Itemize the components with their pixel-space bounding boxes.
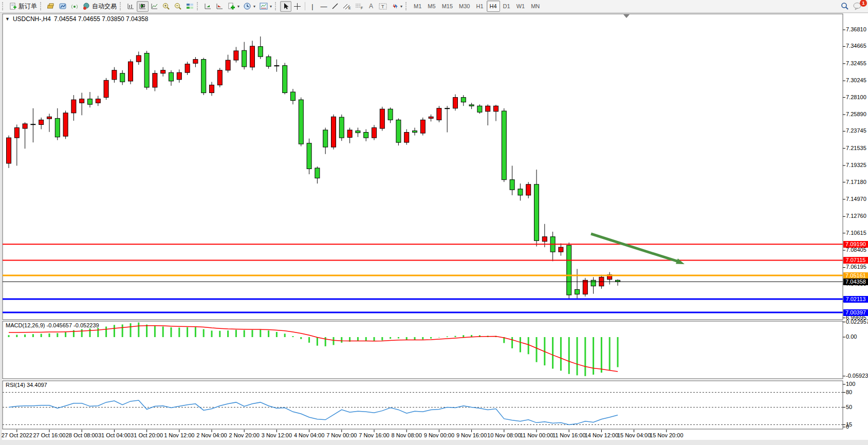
rsi-value: 34.4097: [27, 382, 47, 388]
price-axis-label: 7.28100: [846, 94, 866, 100]
trendline-button[interactable]: [329, 1, 341, 12]
cursor-button[interactable]: [280, 1, 291, 12]
macd-signal-value: -0.052239: [73, 322, 99, 328]
tf-m1-button[interactable]: M1: [411, 1, 424, 12]
price-axis-label: 7.12760: [846, 213, 866, 219]
equidistant-channel-button[interactable]: E: [341, 1, 353, 12]
time-axis-label: 15 Nov 20:00: [650, 432, 683, 438]
time-axis-label: 27 Oct 2022: [2, 432, 32, 438]
tf-m30-button[interactable]: M30: [456, 1, 473, 12]
time-axis-label: 31 Oct 20:00: [131, 432, 163, 438]
dropdown-caret-icon: ▾: [400, 4, 402, 9]
market-watch-icon: [47, 3, 55, 10]
bar-chart-button[interactable]: [125, 1, 137, 12]
chart-symbol-period: USDCNH-,H4: [13, 15, 51, 23]
price-axis-label: 7.25890: [846, 111, 866, 117]
chart-window-icon: [59, 3, 67, 10]
tf-h4-button[interactable]: H4: [487, 1, 500, 12]
equidistant-channel-icon: E: [343, 3, 351, 10]
chart-canvas[interactable]: [0, 0, 868, 445]
new-order-button[interactable]: 新订单: [7, 1, 39, 12]
price-level-label: 7.02113: [843, 296, 868, 303]
new-order-label: 新订单: [19, 2, 37, 11]
time-axis-label: 31 Oct 04:00: [98, 432, 131, 438]
profile-next-icon: [204, 3, 212, 10]
periods-clock-icon: [244, 3, 251, 10]
candle-chart-icon: [139, 3, 146, 10]
price-axis-label: 7.10615: [846, 230, 866, 236]
signal-button[interactable]: [69, 1, 81, 12]
price-level-label: 7.00397: [843, 309, 868, 316]
tile-windows-icon: [186, 3, 194, 10]
auto-trading-button[interactable]: 自动交易: [81, 1, 119, 12]
profile-prev-button[interactable]: [214, 1, 226, 12]
tf-d1-button[interactable]: D1: [500, 1, 513, 12]
zoom-out-icon: [174, 3, 182, 10]
fibonacci-icon: F: [355, 3, 363, 10]
rsi-axis-label: 100: [846, 381, 855, 387]
text-label-button[interactable]: T: [377, 1, 389, 12]
crosshair-button[interactable]: [291, 1, 303, 12]
macd-value: -0.045657: [46, 322, 72, 328]
crosshair-icon: [293, 3, 301, 10]
cursor-icon: [283, 3, 289, 10]
vertical-line-button[interactable]: |: [307, 1, 318, 12]
time-axis-label: 2 Nov 04:00: [196, 432, 227, 438]
time-axis-label: 11 Nov 16:00: [552, 432, 586, 438]
search-button[interactable]: [839, 1, 851, 12]
arrows-button[interactable]: ▾: [389, 1, 404, 12]
macd-axis-label: 0.00: [846, 333, 857, 340]
toolbar-grip[interactable]: [405, 2, 409, 10]
time-axis-label: 2 Nov 20:00: [229, 432, 260, 438]
horizontal-line-button[interactable]: —: [318, 1, 329, 12]
tf-h1-button[interactable]: H1: [473, 1, 486, 12]
tf-w1-button[interactable]: W1: [513, 1, 528, 12]
indicators-add-icon: [228, 3, 235, 10]
templates-icon: [260, 3, 268, 10]
zoom-out-button[interactable]: [172, 1, 184, 12]
price-level-label: 7.05161: [843, 272, 868, 279]
main-toolbar: 新订单 自动交易 ▾ ▾: [0, 0, 868, 13]
notification-badge: 1: [860, 0, 867, 7]
periods-button[interactable]: ▾: [242, 1, 257, 12]
trendline-icon: [331, 3, 339, 10]
fibonacci-button[interactable]: F: [353, 1, 365, 12]
chart-window-button[interactable]: [57, 1, 69, 12]
zoom-in-button[interactable]: [160, 1, 172, 12]
dropdown-caret-icon: ▾: [253, 4, 255, 9]
price-axis-label: 7.23745: [846, 127, 866, 134]
profile-next-button[interactable]: [202, 1, 214, 12]
indicators-add-button[interactable]: ▾: [226, 1, 242, 12]
tf-m5-button[interactable]: M5: [424, 1, 438, 12]
toolbar-grip[interactable]: [197, 2, 200, 10]
svg-text:T: T: [381, 4, 384, 9]
toolbar-grip[interactable]: [2, 2, 5, 10]
price-axis-label: 7.36810: [846, 26, 866, 32]
time-axis-label: 10 Nov 08:00: [487, 432, 521, 438]
time-axis-label: 9 Nov 16:00: [456, 432, 487, 438]
auto-trading-label: 自动交易: [92, 2, 117, 11]
bar-chart-icon: [127, 3, 135, 10]
collapse-arrow-icon[interactable]: ▼: [5, 16, 10, 22]
rsi-indicator-label: RSI(14) 34.4097: [6, 382, 47, 388]
templates-button[interactable]: ▾: [257, 1, 274, 12]
macd-name: MACD(12,26,9): [6, 322, 45, 328]
toolbar-grip[interactable]: [40, 2, 43, 10]
price-axis-label: 7.19325: [846, 162, 866, 168]
text-button[interactable]: A: [365, 1, 377, 12]
chat-button[interactable]: 1: [851, 1, 864, 12]
line-chart-button[interactable]: [149, 1, 160, 12]
candle-chart-button[interactable]: [137, 1, 149, 12]
tf-m15-button[interactable]: M15: [439, 1, 456, 12]
market-watch-button[interactable]: [45, 1, 57, 12]
time-axis-label: 27 Oct 16:00: [33, 432, 66, 438]
chart-title: ▼ USDCNH-,H4 7.04554 7.04655 7.03850 7.0…: [5, 15, 148, 23]
tf-mn-button[interactable]: MN: [528, 1, 543, 12]
tile-windows-button[interactable]: [184, 1, 196, 12]
toolbar-grip[interactable]: [120, 2, 123, 10]
toolbar-grip[interactable]: [275, 2, 278, 10]
time-axis-label: 28 Oct 08:00: [66, 432, 98, 438]
rsi-axis-label: 0: [846, 423, 849, 430]
macd-axis-label: 0.022957: [846, 319, 868, 325]
chart-ohlc-readout: 7.04554 7.04655 7.03850 7.04358: [54, 15, 149, 23]
